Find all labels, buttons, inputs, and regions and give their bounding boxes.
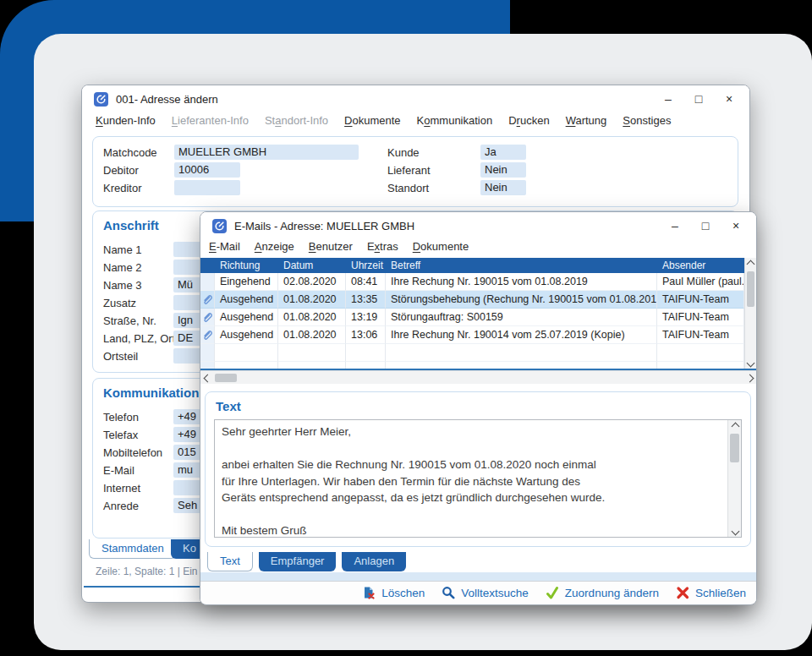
- close-window-button[interactable]: Schließen: [676, 586, 746, 599]
- scroll-thumb[interactable]: [215, 374, 237, 382]
- window2-title: E-Mails - Adresse: MUELLER GMBH: [234, 220, 414, 232]
- menu-kunden-info[interactable]: Kunden-Info: [96, 114, 156, 127]
- chevron-down-icon[interactable]: [729, 525, 741, 537]
- cell-absender: TAIFUN-Team: [657, 291, 744, 309]
- button-label: Volltextsuche: [461, 587, 529, 599]
- cell-richtung: Ausgehend: [215, 326, 278, 344]
- column-absender[interactable]: Absender: [657, 258, 744, 273]
- field-label: Name 2: [103, 261, 142, 274]
- menu-standort-info: Standort-Info: [265, 114, 328, 127]
- bottom-accent-band: [200, 572, 756, 581]
- close-button[interactable]: ×: [721, 217, 751, 234]
- menu-dokumente[interactable]: Dokumente: [413, 240, 469, 253]
- minimize-button[interactable]: –: [660, 217, 690, 234]
- column-betreff[interactable]: Betreff: [386, 258, 657, 273]
- cell-betreff: Störungauftrag: S00159: [386, 309, 657, 326]
- change-assignment-icon: [546, 586, 559, 599]
- kreditor-field[interactable]: [174, 180, 240, 195]
- matchcode-field[interactable]: MUELLER GMBH: [174, 145, 359, 160]
- field-label: Anrede: [103, 500, 139, 512]
- menu-wartung[interactable]: Wartung: [566, 114, 607, 127]
- field-label: Straße, Nr.: [103, 314, 156, 327]
- taifun-logo-icon: [94, 92, 108, 107]
- cell-attachment: [200, 326, 215, 344]
- email-row[interactable]: Ausgehend 01.08.2020 13:06 Ihre Rechung …: [200, 326, 744, 344]
- field-label: Matchcode: [103, 146, 157, 159]
- email-row-selected[interactable]: Ausgehend 01.08.2020 13:35 Störungsbeheb…: [200, 291, 744, 309]
- chevron-up-icon[interactable]: [729, 420, 741, 432]
- field-label: Debitor: [103, 164, 139, 177]
- field-label: Standort: [387, 182, 429, 194]
- attachment-icon: [201, 329, 213, 341]
- chevron-left-icon[interactable]: [201, 372, 213, 384]
- fulltext-search-icon: [442, 586, 455, 599]
- textarea-scrollbar[interactable]: [727, 420, 741, 537]
- close-window-icon: [676, 586, 689, 599]
- window2-menubar: E-Mail Anzeige Benutzer Extras Dokumente: [209, 240, 469, 253]
- chevron-right-icon[interactable]: [743, 372, 755, 384]
- window1-title: 001- Adresse ändern: [116, 93, 218, 106]
- empty-row: [200, 362, 744, 370]
- kunde-field[interactable]: Ja: [480, 145, 526, 160]
- field-label: Name 1: [103, 243, 142, 256]
- field-label: Internet: [103, 482, 140, 495]
- cell-betreff: Störungsbehebung (Rechung Nr. 190015 vom…: [386, 291, 657, 309]
- field-label: Telefax: [103, 429, 138, 441]
- field-label: Land, PLZ, Ort: [103, 332, 175, 345]
- window2-tabstrip: Text Empfänger Anlagen: [207, 552, 406, 572]
- fulltext-search-button[interactable]: Volltextsuche: [442, 586, 529, 599]
- menu-email[interactable]: E-Mail: [209, 240, 240, 253]
- scroll-thumb[interactable]: [747, 271, 754, 307]
- debitor-field[interactable]: 10006: [174, 162, 240, 178]
- column-attachment[interactable]: [200, 258, 215, 273]
- email-table: Richtung Datum Uhrzeit Betreff Absender …: [200, 258, 756, 370]
- window1-menubar: Kunden-Info Lieferanten-Info Standort-In…: [96, 114, 671, 127]
- lieferant-field[interactable]: Nein: [480, 162, 526, 178]
- table-horizontal-scrollbar[interactable]: [200, 370, 756, 384]
- menu-sonstiges[interactable]: Sonstiges: [623, 114, 671, 127]
- column-richtung[interactable]: Richtung: [215, 258, 278, 273]
- maximize-button[interactable]: □: [690, 217, 721, 234]
- column-uhrzeit[interactable]: Uhrzeit: [346, 258, 386, 273]
- chevron-down-icon[interactable]: [744, 357, 756, 369]
- cell-datum: 01.08.2020: [278, 326, 346, 344]
- column-datum[interactable]: Datum: [278, 258, 346, 273]
- cell-uhrzeit: 13:19: [346, 309, 386, 326]
- cell-uhrzeit: 13:06: [346, 326, 386, 344]
- empty-row: [200, 344, 744, 362]
- table-vertical-scrollbar[interactable]: [744, 258, 756, 369]
- window2-titlebar: E-Mails - Adresse: MUELLER GMBH – □ ×: [200, 212, 756, 239]
- menu-benutzer[interactable]: Benutzer: [309, 240, 353, 253]
- cell-attachment: [200, 309, 215, 326]
- taifun-logo-icon: [212, 219, 227, 233]
- email-body-textarea[interactable]: Sehr geehrter Herr Meier, anbei erhalten…: [214, 419, 742, 538]
- field-label: Kreditor: [103, 182, 142, 194]
- standort-field[interactable]: Nein: [480, 180, 526, 195]
- kommunikation-heading: Kommunikation: [103, 385, 199, 400]
- menu-drucken[interactable]: Drucken: [508, 114, 549, 127]
- menu-extras[interactable]: Extras: [367, 240, 398, 253]
- minimize-button[interactable]: –: [653, 90, 683, 107]
- table-header: Richtung Datum Uhrzeit Betreff Absender: [200, 258, 744, 273]
- delete-email-icon: [362, 586, 376, 599]
- tab-anlagen[interactable]: Anlagen: [342, 552, 406, 571]
- email-row[interactable]: Eingehend 02.08.2020 08:41 Ihre Rechung …: [200, 273, 744, 291]
- delete-button[interactable]: Löschen: [362, 586, 425, 599]
- menu-anzeige[interactable]: Anzeige: [255, 240, 294, 253]
- close-button[interactable]: ×: [714, 90, 744, 107]
- tab-stammdaten[interactable]: Stammdaten: [89, 539, 177, 559]
- menu-lieferanten-info: Lieferanten-Info: [172, 114, 249, 127]
- change-assignment-button[interactable]: Zuordnung ändern: [546, 586, 659, 599]
- attachment-icon: [201, 311, 213, 323]
- field-label: Mobiltelefon: [103, 446, 162, 459]
- tab-text[interactable]: Text: [207, 552, 253, 571]
- chevron-up-icon[interactable]: [744, 258, 756, 270]
- field-label: Kunde: [387, 146, 420, 159]
- maximize-button[interactable]: □: [683, 90, 714, 107]
- tab-empfaenger[interactable]: Empfänger: [259, 552, 337, 571]
- menu-dokumente[interactable]: Dokumente: [344, 114, 400, 127]
- menu-kommunikation[interactable]: Kommunikation: [417, 114, 493, 127]
- scroll-thumb[interactable]: [730, 434, 739, 462]
- cell-attachment: [200, 273, 215, 291]
- email-row[interactable]: Ausgehend 01.08.2020 13:19 Störungauftra…: [200, 309, 744, 326]
